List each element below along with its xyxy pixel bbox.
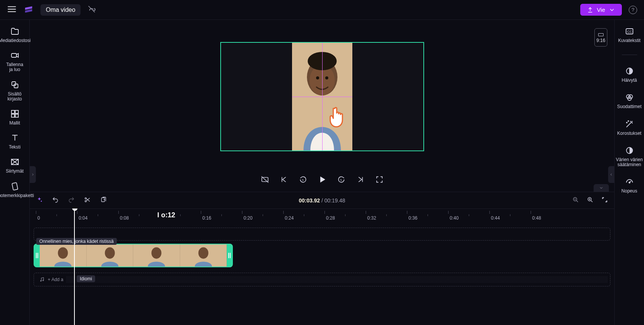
sidebar-item-fade[interactable]: Häivytä: [615, 66, 644, 83]
project-title[interactable]: Oma video: [40, 4, 81, 16]
safe-zone-toggle[interactable]: [261, 175, 269, 185]
sidebar-item-speed[interactable]: Nopeus: [615, 177, 644, 194]
sidebar-item-text[interactable]: Teksti: [0, 133, 29, 150]
sidebar-label: Nopeus: [621, 189, 637, 194]
sidebar-item-library[interactable]: Sisältö kirjasto: [0, 80, 29, 102]
svg-rect-7: [11, 110, 15, 113]
sidebar-item-templates[interactable]: Mallit: [0, 109, 29, 126]
fit-timeline-button[interactable]: [601, 196, 608, 204]
current-time: 00:03.92: [299, 197, 320, 204]
ruler-tick: 0:28: [326, 215, 335, 221]
undo-button[interactable]: [52, 196, 59, 204]
fullscreen-button[interactable]: [375, 175, 384, 185]
sidebar-item-color-adjust[interactable]: Värien värien säätäminen: [615, 146, 644, 167]
ruler-tick: 0:40: [450, 215, 458, 221]
ruler-tick: 0:36: [408, 215, 417, 221]
svg-rect-10: [15, 114, 18, 117]
audio-track-dropzone[interactable]: + Add a Idiomi: [34, 273, 610, 286]
menu-button[interactable]: [7, 4, 17, 15]
timecode-display: 00:03.92 / 00:19.48: [299, 197, 345, 204]
alignment-guide-horizontal: [292, 97, 352, 97]
svg-point-44: [152, 247, 161, 259]
music-note-icon: [39, 277, 45, 282]
ruler-tick: 0:32: [367, 215, 376, 221]
aspect-ratio-button[interactable]: 9:16: [594, 28, 607, 47]
ruler-tick: 0:48: [532, 215, 541, 221]
svg-point-17: [325, 76, 328, 79]
ruler-tick-focused: I o:12: [157, 211, 175, 219]
split-button[interactable]: [84, 196, 91, 204]
svg-point-60: [629, 182, 630, 183]
sidebar-item-media[interactable]: Mediatiedostosi: [0, 27, 29, 43]
forward-5-button[interactable]: 5: [337, 175, 345, 185]
sidebar-label: Värien värien säätäminen: [616, 157, 643, 167]
svg-point-46: [198, 247, 208, 259]
sidebar-item-effects[interactable]: Korostukset: [615, 120, 644, 136]
svg-line-3: [89, 6, 95, 13]
svg-rect-9: [11, 114, 15, 117]
sidebar-label: Häivytä: [621, 78, 637, 83]
play-button[interactable]: [318, 175, 326, 185]
duplicate-button[interactable]: [100, 196, 107, 204]
skip-end-button[interactable]: [356, 175, 365, 185]
app-logo-icon: [24, 4, 34, 15]
rewind-5-button[interactable]: 5: [299, 175, 307, 185]
expand-right-panel-button[interactable]: [608, 166, 614, 183]
playhead[interactable]: [74, 209, 75, 325]
sidebar-item-filters[interactable]: Suodattimet: [615, 93, 644, 109]
svg-point-49: [40, 280, 41, 281]
zoom-out-button[interactable]: [572, 196, 579, 204]
svg-point-40: [58, 247, 68, 259]
audio-placeholder-text: + Add a: [48, 277, 63, 282]
svg-rect-5: [12, 82, 16, 86]
divider: [622, 55, 637, 55]
svg-rect-12: [12, 182, 18, 190]
sidebar-label: Mediatiedostosi: [0, 38, 31, 43]
ruler-tick: 0: [37, 215, 40, 221]
sidebar-label: Korostukset: [617, 131, 641, 136]
ruler-tick: 0:08: [120, 215, 129, 221]
sidebar-label: Tallenna ja luo: [6, 62, 23, 72]
aspect-rect-icon: [598, 33, 604, 36]
zoom-in-button[interactable]: [587, 196, 594, 204]
svg-point-16: [316, 76, 319, 79]
svg-point-26: [41, 200, 42, 202]
preview-canvas[interactable]: [221, 43, 423, 150]
text-track-dropzone[interactable]: Onnellinen mies, jonka kädet ristissä: [34, 228, 610, 241]
tooltip: Idiomi: [77, 275, 95, 282]
ruler-tick: 0:04: [79, 215, 87, 221]
sync-off-icon[interactable]: [87, 5, 96, 15]
svg-rect-6: [14, 84, 18, 88]
svg-point-57: [626, 122, 627, 123]
svg-point-58: [628, 121, 629, 121]
sidebar-label: Kuvatekstit: [618, 38, 641, 43]
clip-trim-handle-left[interactable]: [34, 244, 40, 267]
redo-button[interactable]: [68, 196, 75, 204]
svg-text:5: 5: [302, 178, 303, 181]
help-button[interactable]: ?: [629, 6, 637, 14]
svg-marker-23: [320, 176, 325, 182]
svg-rect-8: [15, 110, 18, 113]
ruler-tick: 0:20: [244, 215, 252, 221]
ai-sparkle-button[interactable]: [36, 196, 43, 204]
svg-rect-4: [11, 53, 16, 57]
sidebar-label: Suodattimet: [617, 104, 641, 109]
sidebar-label: Sisältö kirjasto: [7, 92, 22, 102]
timeline-ruler[interactable]: 0 0:04 0:08 I o:12 0:16 0:20 0:24 0:28 0…: [30, 209, 614, 222]
sidebar-item-transitions[interactable]: Siirtymät: [0, 157, 29, 174]
sidebar-item-record[interactable]: Tallenna ja luo: [0, 51, 29, 72]
skip-start-button[interactable]: [280, 175, 288, 185]
video-clip[interactable]: [34, 244, 233, 267]
svg-line-36: [591, 200, 592, 202]
clip-trim-handle-right[interactable]: [227, 244, 232, 267]
audio-waveform: [66, 276, 608, 283]
collapse-timeline-button[interactable]: [594, 184, 609, 192]
ruler-tick: 0:16: [202, 215, 211, 221]
hand-cursor-icon: [327, 105, 349, 129]
sidebar-item-brandkit[interactable]: Tuotemerkkipaketti: [0, 182, 29, 198]
export-button-label: Vie: [597, 6, 605, 13]
export-button[interactable]: Vie: [580, 4, 622, 16]
sidebar-item-captions[interactable]: CC Kuvatekstit: [615, 27, 644, 43]
svg-point-42: [105, 247, 115, 259]
sidebar-label: Mallit: [9, 121, 20, 126]
